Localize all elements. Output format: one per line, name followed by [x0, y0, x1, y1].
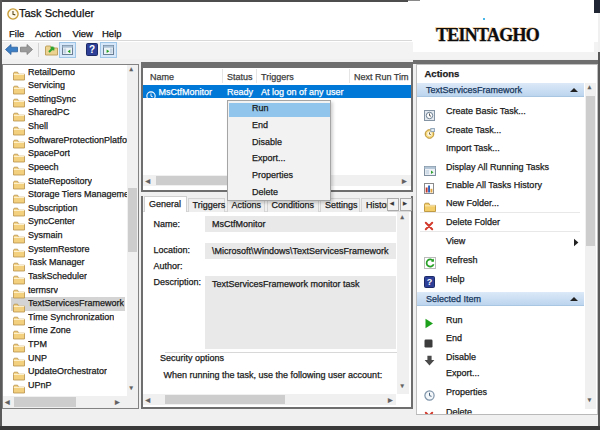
svg-text:?: ?: [89, 44, 95, 55]
svg-text:?: ?: [427, 278, 433, 288]
